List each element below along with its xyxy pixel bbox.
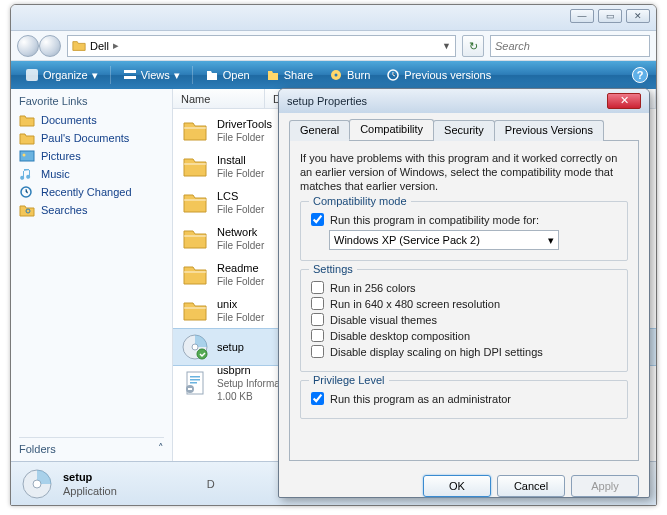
refresh-button[interactable]: ↻ <box>462 35 484 57</box>
file-name: Install <box>217 154 264 167</box>
cd-icon <box>181 333 209 361</box>
checkbox-256-colors[interactable]: Run in 256 colors <box>311 281 617 294</box>
previous-versions-button[interactable]: Previous versions <box>380 66 497 84</box>
svg-rect-16 <box>190 382 197 384</box>
share-button[interactable]: Share <box>260 66 319 84</box>
file-name: LCS <box>217 190 264 203</box>
open-icon <box>205 68 219 82</box>
combobox-value: Windows XP (Service Pack 2) <box>334 234 480 246</box>
open-button[interactable]: Open <box>199 66 256 84</box>
recent-icon <box>19 185 35 199</box>
forward-button[interactable] <box>39 35 61 57</box>
group-compatibility-mode: Compatibility mode Run this program in c… <box>300 201 628 261</box>
checkbox-label: Disable desktop composition <box>330 330 470 342</box>
svg-rect-2 <box>124 76 136 79</box>
open-label: Open <box>223 69 250 81</box>
favorite-links-header: Favorite Links <box>19 95 164 107</box>
combobox-compat-os[interactable]: Windows XP (Service Pack 2) ▾ <box>329 230 559 250</box>
group-label: Settings <box>309 263 357 275</box>
checkbox-run-as-admin[interactable]: Run this program as an administrator <box>311 392 617 405</box>
folder-icon <box>181 117 209 145</box>
svg-rect-14 <box>190 376 200 378</box>
file-type: File Folder <box>217 239 264 252</box>
svg-rect-18 <box>188 388 192 390</box>
svg-point-4 <box>335 74 338 77</box>
close-button[interactable]: ✕ <box>626 9 650 23</box>
group-label: Compatibility mode <box>309 195 411 207</box>
tab-content: If you have problems with this program a… <box>289 141 639 461</box>
file-name: unix <box>217 298 264 311</box>
checkbox-label: Disable visual themes <box>330 314 437 326</box>
pictures-icon <box>19 149 35 163</box>
ok-button[interactable]: OK <box>423 475 491 497</box>
status-date-label: D <box>207 478 215 490</box>
checkbox-input[interactable] <box>311 281 324 294</box>
views-label: Views <box>141 69 170 81</box>
maximize-button[interactable]: ▭ <box>598 9 622 23</box>
chevron-down-icon: ▾ <box>548 234 554 247</box>
expand-icon: ˄ <box>158 442 164 455</box>
checkbox-input[interactable] <box>311 297 324 310</box>
sidebar-item-label: Documents <box>41 114 97 126</box>
checkbox-disable-themes[interactable]: Disable visual themes <box>311 313 617 326</box>
help-button[interactable]: ? <box>632 67 648 83</box>
searches-icon <box>19 203 35 217</box>
checkbox-input[interactable] <box>311 313 324 326</box>
sidebar-item-documents[interactable]: Documents <box>19 111 164 129</box>
window-titlebar[interactable]: — ▭ ✕ <box>11 5 656 31</box>
chevron-down-icon: ▾ <box>92 69 98 82</box>
checkbox-disable-dpi-scaling[interactable]: Disable display scaling on high DPI sett… <box>311 345 617 358</box>
checkbox-compat-mode[interactable]: Run this program in compatibility mode f… <box>311 213 617 226</box>
burn-button[interactable]: Burn <box>323 66 376 84</box>
dialog-buttons: OK Cancel Apply <box>279 467 649 505</box>
cd-icon <box>21 468 53 500</box>
documents-icon <box>19 113 35 127</box>
address-dropdown-icon[interactable]: ▼ <box>442 41 451 51</box>
sidebar-item-pictures[interactable]: Pictures <box>19 147 164 165</box>
tab-compatibility[interactable]: Compatibility <box>349 119 434 140</box>
checkbox-input[interactable] <box>311 329 324 342</box>
sidebar-item-label: Paul's Documents <box>41 132 129 144</box>
svg-rect-6 <box>20 151 34 161</box>
column-header-name[interactable]: Name <box>173 89 265 108</box>
group-label: Privilege Level <box>309 374 389 386</box>
checkbox-input[interactable] <box>311 392 324 405</box>
tab-general[interactable]: General <box>289 120 350 141</box>
dialog-title: setup Properties <box>287 95 367 107</box>
sidebar-item-recently-changed[interactable]: Recently Changed <box>19 183 164 201</box>
sidebar-item-searches[interactable]: Searches <box>19 201 164 219</box>
sidebar-item-music[interactable]: Music <box>19 165 164 183</box>
file-name: Readme <box>217 262 264 275</box>
folders-pane-header[interactable]: Folders ˄ <box>19 437 164 455</box>
address-bar[interactable]: Dell ▸ ▼ <box>67 35 456 57</box>
views-menu[interactable]: Views ▾ <box>117 66 186 84</box>
file-type: File Folder <box>217 275 264 288</box>
checkbox-input[interactable] <box>311 345 324 358</box>
checkbox-640x480[interactable]: Run in 640 x 480 screen resolution <box>311 297 617 310</box>
dialog-close-button[interactable]: ✕ <box>607 93 641 109</box>
chevron-down-icon: ▾ <box>174 69 180 82</box>
sidebar-item-label: Music <box>41 168 70 180</box>
tab-previous-versions[interactable]: Previous Versions <box>494 120 604 141</box>
file-type: File Folder <box>217 203 264 216</box>
breadcrumb-item[interactable]: Dell <box>90 40 109 52</box>
folder-icon <box>181 261 209 289</box>
apply-button[interactable]: Apply <box>571 475 639 497</box>
folders-label: Folders <box>19 443 56 455</box>
cancel-button[interactable]: Cancel <box>497 475 565 497</box>
checkbox-disable-composition[interactable]: Disable desktop composition <box>311 329 617 342</box>
back-button[interactable] <box>17 35 39 57</box>
search-input[interactable] <box>490 35 650 57</box>
sidebar-item-pauls-documents[interactable]: Paul's Documents <box>19 129 164 147</box>
checkbox-label: Run in 256 colors <box>330 282 416 294</box>
checkbox-compat-mode-input[interactable] <box>311 213 324 226</box>
group-settings: Settings Run in 256 colors Run in 640 x … <box>300 269 628 372</box>
dialog-titlebar[interactable]: setup Properties ✕ <box>279 89 649 113</box>
status-type: Application <box>63 484 117 498</box>
history-icon <box>386 68 400 82</box>
tab-security[interactable]: Security <box>433 120 495 141</box>
checkbox-label: Run in 640 x 480 screen resolution <box>330 298 500 310</box>
organize-menu[interactable]: Organize ▾ <box>19 66 104 84</box>
navigation-pane: Favorite Links Documents Paul's Document… <box>11 89 173 461</box>
minimize-button[interactable]: — <box>570 9 594 23</box>
